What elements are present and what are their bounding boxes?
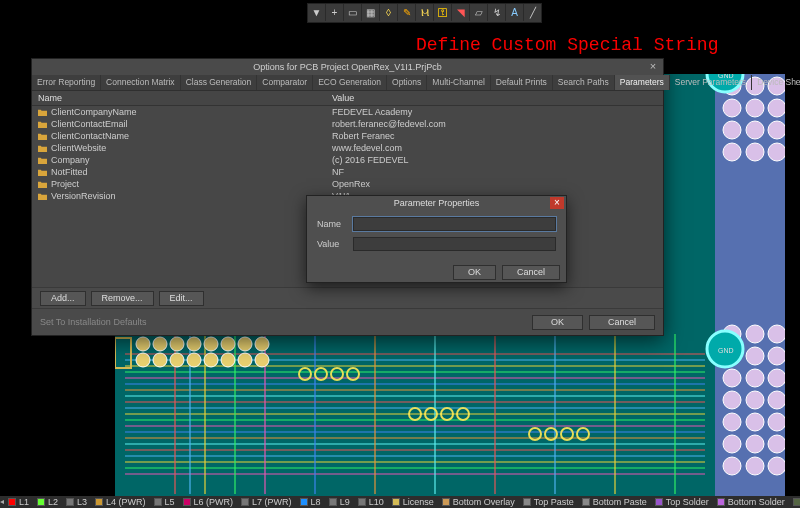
svg-point-54	[238, 337, 252, 351]
layer-tab[interactable]: L9	[325, 497, 354, 507]
table-row[interactable]: ClientCompanyNameFEDEVEL Academy	[32, 106, 663, 118]
layer-tab[interactable]: L10	[354, 497, 388, 507]
table-row[interactable]: ClientWebsitewww.fedevel.com	[32, 142, 663, 154]
layer-tab[interactable]: Drill Guide	[789, 497, 800, 507]
param-value: Robert Feranec	[328, 130, 663, 142]
subdialog-title-bar[interactable]: Parameter Properties ×	[307, 196, 566, 211]
layer-label: L9	[340, 497, 350, 507]
sub-cancel-button[interactable]: Cancel	[502, 265, 560, 280]
svg-point-32	[768, 435, 785, 453]
col-value[interactable]: Value	[328, 91, 663, 105]
tab-connection-matrix[interactable]: Connection Matrix	[101, 75, 181, 90]
param-name: VersionRevision	[51, 190, 116, 202]
set-defaults-link[interactable]: Set To Installation Defaults	[40, 317, 146, 327]
tab-comparator[interactable]: Comparator	[257, 75, 313, 90]
tab-class-generation[interactable]: Class Generation	[181, 75, 258, 90]
layer-label: License	[403, 497, 434, 507]
table-row[interactable]: NotFittedNF	[32, 166, 663, 178]
svg-point-46	[238, 353, 252, 367]
svg-point-14	[768, 143, 785, 161]
layer-tab[interactable]: Bottom Paste	[578, 497, 651, 507]
wrench-icon[interactable]: Ⲙ	[416, 4, 434, 21]
value-input[interactable]	[353, 237, 556, 251]
tab-options[interactable]: Options	[387, 75, 427, 90]
layer-label: L6 (PWR)	[194, 497, 234, 507]
close-icon[interactable]: ×	[550, 197, 564, 209]
tab-parameters[interactable]: Parameters	[615, 75, 670, 90]
tab-server-parameters[interactable]: Server Parameters	[670, 75, 752, 90]
layer-tab-bar[interactable]: ◂ L1L2L3L4 (PWR)L5L6 (PWR)L7 (PWR)L8L9L1…	[0, 496, 800, 508]
arc-icon[interactable]: ↯	[488, 4, 506, 21]
layer-tab[interactable]: L5	[150, 497, 179, 507]
script-icon[interactable]: ✎	[398, 4, 416, 21]
layer-tab[interactable]: License	[388, 497, 438, 507]
layer-tab[interactable]: Bottom Solder	[713, 497, 789, 507]
tab-eco-generation[interactable]: ECO Generation	[313, 75, 387, 90]
line-icon[interactable]: ╱	[524, 4, 541, 21]
tab-device-sheets[interactable]: Device Sheets	[752, 75, 800, 90]
add-button[interactable]: Add...	[40, 291, 86, 306]
folder-icon	[38, 192, 47, 201]
filter-icon[interactable]: ▼	[308, 4, 326, 21]
col-name[interactable]: Name	[32, 91, 328, 105]
name-input[interactable]	[353, 217, 556, 231]
dialog-tabs: Error Reporting Connection Matrix Class …	[32, 75, 663, 91]
chart-icon[interactable]: ▦	[362, 4, 380, 21]
layer-swatch	[241, 498, 249, 506]
param-value: FEDEVEL Academy	[328, 106, 663, 118]
layer-tab[interactable]: L8	[296, 497, 325, 507]
layer-tab[interactable]: Bottom Overlay	[438, 497, 519, 507]
table-row[interactable]: Company(c) 2016 FEDEVEL	[32, 154, 663, 166]
sub-ok-button[interactable]: OK	[453, 265, 496, 280]
svg-point-10	[746, 121, 764, 139]
ok-button[interactable]: OK	[532, 315, 583, 330]
svg-point-43	[187, 353, 201, 367]
svg-point-44	[204, 353, 218, 367]
tab-multi-channel[interactable]: Multi-Channel	[427, 75, 490, 90]
tab-default-prints[interactable]: Default Prints	[491, 75, 553, 90]
cancel-button[interactable]: Cancel	[589, 315, 655, 330]
svg-point-42	[170, 353, 184, 367]
svg-point-40	[136, 353, 150, 367]
svg-point-33	[723, 457, 741, 475]
layer-tab[interactable]: L4 (PWR)	[91, 497, 150, 507]
svg-point-34	[746, 457, 764, 475]
layer-tab[interactable]: L6 (PWR)	[179, 497, 238, 507]
layer-label: Bottom Solder	[728, 497, 785, 507]
text-icon[interactable]: A	[506, 4, 524, 21]
wizard-icon[interactable]: ◊	[380, 4, 398, 21]
layer-tab[interactable]: L1	[4, 497, 33, 507]
svg-point-13	[746, 143, 764, 161]
layer-swatch	[442, 498, 450, 506]
remove-button[interactable]: Remove...	[91, 291, 154, 306]
svg-point-19	[746, 347, 764, 365]
subdialog-title: Parameter Properties	[394, 198, 480, 208]
cross-icon[interactable]: +	[326, 4, 344, 21]
svg-point-53	[221, 337, 235, 351]
layer-label: L5	[165, 497, 175, 507]
layer-swatch	[154, 498, 162, 506]
param-name: Company	[51, 154, 90, 166]
key-icon[interactable]: ⚿	[434, 4, 452, 21]
layer-tab[interactable]: L3	[62, 497, 91, 507]
folder-icon	[38, 144, 47, 153]
param-name: ClientWebsite	[51, 142, 106, 154]
param-value: robert.feranec@fedevel.com	[328, 118, 663, 130]
clip-icon[interactable]: ▭	[344, 4, 362, 21]
ruler-icon[interactable]: ▱	[470, 4, 488, 21]
layer-tab[interactable]: Top Solder	[651, 497, 713, 507]
layer-tab[interactable]: L2	[33, 497, 62, 507]
edit-button[interactable]: Edit...	[159, 291, 204, 306]
layer-tab[interactable]: L7 (PWR)	[237, 497, 296, 507]
layer-label: L2	[48, 497, 58, 507]
close-icon[interactable]: ×	[647, 61, 659, 73]
table-row[interactable]: ClientContactEmailrobert.feranec@fedevel…	[32, 118, 663, 130]
dialog-title-bar[interactable]: Options for PCB Project OpenRex_V1I1.Prj…	[32, 59, 663, 75]
layer-tab[interactable]: Top Paste	[519, 497, 578, 507]
annotation-banner: Define Custom Special String	[416, 35, 718, 55]
tab-error-reporting[interactable]: Error Reporting	[32, 75, 101, 90]
pin-icon[interactable]: ◥	[452, 4, 470, 21]
table-row[interactable]: ProjectOpenRex	[32, 178, 663, 190]
table-row[interactable]: ClientContactNameRobert Feranec	[32, 130, 663, 142]
tab-search-paths[interactable]: Search Paths	[553, 75, 615, 90]
